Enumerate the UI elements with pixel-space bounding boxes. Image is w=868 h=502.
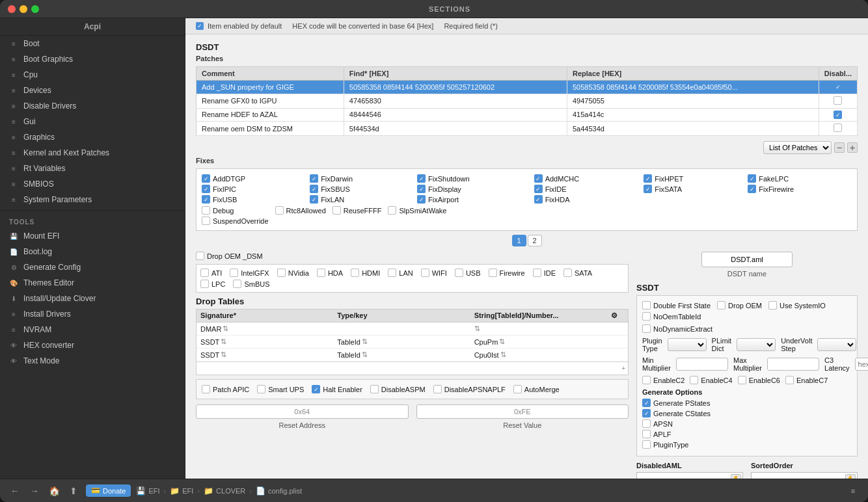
fix-check[interactable]: ✓ [417, 185, 426, 193]
check[interactable] [717, 301, 726, 310]
fix-check[interactable] [202, 217, 210, 225]
check[interactable]: ✓ [312, 385, 320, 393]
check[interactable] [642, 312, 651, 321]
check[interactable] [642, 376, 651, 384]
check[interactable]: ✓ [642, 409, 651, 417]
fix-check[interactable]: ✓ [310, 174, 318, 183]
check[interactable] [785, 376, 794, 384]
c3-input[interactable] [855, 358, 868, 371]
sidebar-item-text-mode[interactable]: 👁 Text Mode [0, 353, 185, 369]
opt-check[interactable] [230, 269, 238, 277]
sidebar-item-system-parameters[interactable]: ≡ System Parameters [0, 192, 185, 207]
page-2-button[interactable]: 2 [528, 235, 542, 246]
opt-check[interactable] [533, 269, 541, 277]
opt-check[interactable] [388, 269, 396, 277]
fix-check[interactable]: ✓ [202, 195, 210, 204]
back-icon[interactable]: ← [8, 484, 22, 498]
fix-check[interactable]: ✓ [534, 185, 543, 193]
fix-check[interactable]: ✓ [310, 185, 318, 193]
sidebar-item-hex-converter[interactable]: 👁 HEX converter [0, 337, 185, 353]
check[interactable] [738, 376, 746, 384]
table-row[interactable]: Add _SUN property for GIGE 50585358 085f… [197, 81, 858, 94]
fix-check[interactable]: ✓ [202, 185, 210, 193]
sidebar-item-mount-efi[interactable]: 💾 Mount EFI [0, 228, 185, 244]
donate-button[interactable]: 💳 Donate [86, 484, 131, 497]
share-icon[interactable]: ⬆ [66, 484, 81, 498]
forward-icon[interactable]: → [27, 484, 42, 498]
fix-check[interactable] [332, 206, 341, 215]
min-mult-input[interactable] [676, 358, 728, 371]
fix-check[interactable]: ✓ [534, 195, 543, 204]
opt-check[interactable] [317, 269, 325, 277]
check[interactable] [370, 385, 379, 393]
disabled-aml-textarea[interactable] [637, 473, 729, 479]
sidebar-item-rt-variables[interactable]: ≡ Rt Variables [0, 161, 185, 176]
undervolt-select[interactable] [817, 338, 856, 351]
table-row[interactable]: Rename oem DSM to ZDSM 5f44534d 5a44534d [197, 122, 858, 136]
opt-check[interactable] [277, 269, 286, 277]
check[interactable] [642, 301, 651, 310]
fix-check[interactable]: ✓ [748, 174, 756, 183]
drop-table-row[interactable]: SSDT ⇅ TableId ⇅ CpuPm ⇅ [197, 336, 628, 349]
fix-check[interactable]: ✓ [534, 174, 543, 183]
check[interactable] [513, 385, 522, 393]
fix-check[interactable] [388, 206, 396, 215]
fix-check[interactable]: ✓ [644, 174, 652, 183]
check[interactable] [202, 385, 210, 393]
close-button[interactable] [8, 5, 16, 13]
reset-address-input[interactable] [196, 404, 409, 419]
page-1-button[interactable]: 1 [512, 235, 526, 246]
opt-check[interactable] [489, 269, 497, 277]
fix-check[interactable]: ✓ [202, 174, 210, 183]
table-row[interactable]: Rename GFX0 to IGPU 47465830 49475055 [197, 94, 858, 108]
add-row-button[interactable]: + [621, 365, 625, 372]
sidebar-item-graphics[interactable]: ≡ Graphics [0, 129, 185, 145]
enabled-check[interactable]: ✓ [834, 111, 842, 119]
sidebar-item-install-drivers[interactable]: ≡ Install Drivers [0, 306, 185, 322]
enabled-check[interactable]: ✓ [834, 83, 842, 92]
max-mult-input[interactable] [767, 358, 819, 371]
opt-check[interactable] [455, 269, 463, 277]
sidebar-item-install-clover[interactable]: ⬇ Install/Update Clover [0, 291, 185, 306]
plimit-select[interactable] [737, 338, 776, 351]
fix-check[interactable] [202, 206, 210, 215]
sorted-order-textarea[interactable] [752, 473, 844, 479]
maximize-button[interactable] [31, 5, 39, 13]
minus-button[interactable]: − [834, 142, 845, 153]
fix-check[interactable]: ✓ [417, 195, 426, 204]
check[interactable] [642, 440, 651, 449]
sidebar-item-boot-graphics[interactable]: ≡ Boot Graphics [0, 51, 185, 67]
reset-value-input[interactable] [416, 404, 629, 419]
sidebar-item-generate-config[interactable]: ⚙ Generate Config [0, 259, 185, 275]
patches-dropdown[interactable]: List Of Patches [763, 141, 832, 154]
fix-check[interactable] [275, 206, 284, 215]
sidebar-item-boot[interactable]: ≡ Boot [0, 36, 185, 51]
dsdt-name-input[interactable] [701, 252, 793, 267]
opt-check[interactable] [200, 269, 209, 277]
check[interactable] [642, 324, 651, 333]
check[interactable] [433, 385, 442, 393]
home-icon[interactable]: 🏠 [47, 484, 61, 498]
fix-check[interactable]: ✓ [644, 185, 652, 193]
drop-table-row[interactable]: DMAR ⇅ ⇅ [197, 323, 628, 336]
sidebar-item-devices[interactable]: ≡ Devices [0, 83, 185, 98]
sidebar-item-themes-editor[interactable]: 🎨 Themes Editor [0, 275, 185, 291]
disabled-check[interactable] [834, 96, 842, 105]
opt-check[interactable] [233, 280, 241, 288]
opt-check[interactable] [351, 269, 359, 277]
check[interactable] [642, 430, 651, 438]
table-row[interactable]: Rename HDEF to AZAL 48444546 415a414c ✓ [197, 108, 858, 122]
sidebar-item-kernel-kext[interactable]: ≡ Kernel and Kext Patches [0, 145, 185, 161]
check[interactable] [642, 419, 651, 428]
menu-icon[interactable]: ≡ [846, 484, 860, 498]
plus-button[interactable]: + [847, 142, 858, 153]
sidebar-item-nvram[interactable]: ≡ NVRAM [0, 322, 185, 337]
opt-check[interactable] [200, 280, 209, 288]
plugin-type-select[interactable] [668, 338, 707, 351]
drop-oem-checkbox[interactable] [196, 252, 204, 260]
fix-check[interactable]: ✓ [417, 174, 426, 183]
opt-check[interactable] [563, 269, 572, 277]
sidebar-item-smbios[interactable]: ≡ SMBIOS [0, 176, 185, 192]
check[interactable] [768, 301, 777, 310]
disabled-check[interactable] [834, 124, 842, 132]
